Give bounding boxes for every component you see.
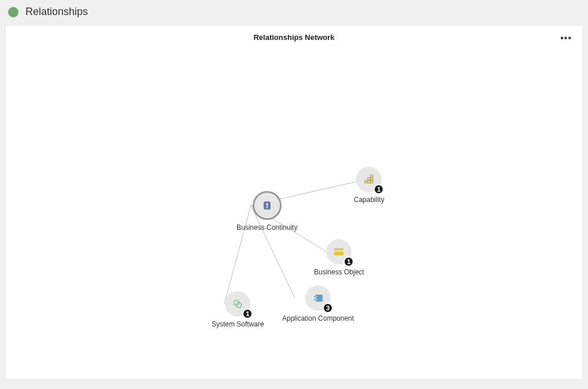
svg-rect-8 xyxy=(368,181,370,183)
svg-rect-9 xyxy=(371,181,373,183)
page-title: Relationships xyxy=(25,6,88,18)
svg-rect-14 xyxy=(334,250,343,252)
svg-rect-6 xyxy=(267,207,268,208)
svg-rect-17 xyxy=(313,299,316,300)
page-header: Relationships xyxy=(0,0,588,24)
more-options-icon[interactable]: ••• xyxy=(560,33,572,43)
node-system-software[interactable]: 1System Software xyxy=(212,291,264,328)
node-label: System Software xyxy=(212,320,264,328)
exclamation-icon[interactable] xyxy=(253,191,282,220)
node-label: Application Component xyxy=(282,314,354,322)
component-icon[interactable]: 3 xyxy=(305,285,331,311)
svg-rect-16 xyxy=(313,296,316,298)
node-business-continuity[interactable]: Business Continuity xyxy=(236,191,297,232)
count-badge: 1 xyxy=(343,256,354,267)
card-icon[interactable]: 1 xyxy=(326,239,352,265)
count-badge: 1 xyxy=(242,309,253,319)
panel-title: Relationships Network xyxy=(253,33,334,42)
count-badge: 1 xyxy=(373,184,384,195)
network-canvas: Business Continuity1Capability1Business … xyxy=(6,49,582,379)
circles-icon[interactable]: 1 xyxy=(225,291,250,317)
svg-rect-10 xyxy=(368,178,370,180)
svg-rect-7 xyxy=(365,181,367,183)
network-panel: Relationships Network ••• Business Conti… xyxy=(6,26,582,379)
svg-rect-11 xyxy=(371,178,373,180)
status-dot-icon xyxy=(8,7,19,17)
panel-header: Relationships Network ••• xyxy=(6,26,582,46)
svg-rect-12 xyxy=(371,175,373,177)
node-label: Capability xyxy=(354,196,384,204)
grid-icon[interactable]: 1 xyxy=(356,167,382,192)
node-business-object[interactable]: 1Business Object xyxy=(314,239,364,276)
node-label: Business Object xyxy=(314,268,364,276)
count-badge: 3 xyxy=(323,303,333,313)
node-capability[interactable]: 1Capability xyxy=(354,167,384,204)
svg-rect-5 xyxy=(267,203,268,206)
node-application-component[interactable]: 3Application Component xyxy=(282,285,354,322)
node-label: Business Continuity xyxy=(236,223,297,232)
